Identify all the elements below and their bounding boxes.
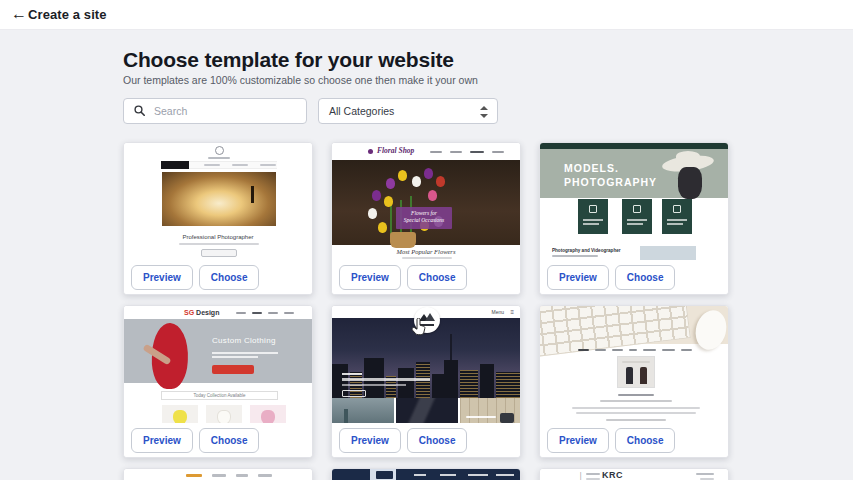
preview-button[interactable]: Preview bbox=[339, 265, 401, 290]
travel-menu-label: Menu bbox=[491, 309, 504, 315]
models-hero-line1: MODELS. bbox=[564, 162, 619, 174]
template-card-partial-tabs bbox=[123, 468, 313, 480]
search-box bbox=[123, 98, 307, 124]
template-thumbnail-partial-navy[interactable] bbox=[332, 469, 520, 480]
choose-button[interactable]: Choose bbox=[199, 428, 260, 453]
tower-spire bbox=[450, 334, 452, 360]
tulip-bouquet-photo: Flowers for Special Occasions bbox=[332, 160, 520, 245]
page-title: Choose template for your website bbox=[123, 48, 454, 72]
template-headline: Professional Photographer bbox=[124, 234, 312, 240]
template-card-sg-design: SG Design Custom Clothing Today Collecti… bbox=[123, 305, 313, 458]
card-action-bar: Preview Choose bbox=[124, 423, 312, 457]
krc-logo-text: KRC bbox=[602, 470, 623, 480]
feature-icon bbox=[673, 205, 681, 213]
feature-box-1 bbox=[578, 199, 608, 234]
category-dropdown[interactable]: All Categories bbox=[318, 98, 498, 124]
card-action-bar: Preview Choose bbox=[332, 260, 520, 294]
template-logo-mark bbox=[215, 146, 224, 155]
template-card-business-minimal: Preview Choose bbox=[539, 305, 729, 458]
statue-of-liberty-thumb bbox=[332, 398, 394, 425]
preview-button[interactable]: Preview bbox=[339, 428, 401, 453]
template-thumbnail-business[interactable] bbox=[540, 306, 728, 425]
mountain-logo-badge bbox=[414, 307, 440, 333]
computer-mouse bbox=[692, 307, 728, 353]
card-action-bar: Preview Choose bbox=[124, 260, 312, 294]
template-card-photographer: Professional Photographer Preview Choose bbox=[123, 142, 313, 295]
template-card-partial-navy bbox=[331, 468, 521, 480]
product-thumb-pink-item bbox=[250, 405, 286, 425]
preview-button[interactable]: Preview bbox=[547, 428, 609, 453]
model-figure bbox=[678, 167, 702, 199]
template-cta-button bbox=[201, 249, 237, 257]
navy-menu-button bbox=[376, 471, 393, 479]
sg-hero-title: Custom Clothing bbox=[212, 336, 276, 345]
search-input[interactable] bbox=[154, 100, 302, 122]
template-thumbnail-travel[interactable]: Menu ≡ bbox=[332, 306, 520, 425]
category-selected-value: All Categories bbox=[329, 105, 394, 117]
floral-logo-icon bbox=[368, 149, 373, 154]
create-site-screen: ← Create a site Choose template for your… bbox=[0, 0, 853, 480]
choose-button[interactable]: Choose bbox=[407, 428, 468, 453]
travel-outline-button bbox=[342, 390, 366, 397]
template-thumbnail-photographer[interactable]: Professional Photographer bbox=[124, 143, 312, 262]
models-hero: MODELS. PHOTOGRAPHY bbox=[540, 149, 728, 198]
template-card-partial-krc: | | KRC bbox=[539, 468, 729, 480]
sg-cta-button bbox=[212, 365, 254, 374]
hamburger-menu-icon: ≡ bbox=[510, 309, 514, 315]
product-thumb-white-dress bbox=[206, 405, 242, 425]
feature-icon bbox=[589, 205, 597, 213]
chevron-up-down-icon bbox=[480, 105, 488, 119]
preview-button[interactable]: Preview bbox=[131, 428, 193, 453]
sg-logo-text: SG Design bbox=[184, 309, 219, 316]
template-card-floral-shop: Floral Shop bbox=[331, 142, 521, 295]
template-thumbnail-models[interactable]: MODELS. PHOTOGRAPHY Photography and Vide… bbox=[540, 143, 728, 262]
choose-button[interactable]: Choose bbox=[615, 265, 676, 290]
preview-button[interactable]: Preview bbox=[547, 265, 609, 290]
feature-box-3 bbox=[662, 199, 692, 234]
choose-button[interactable]: Choose bbox=[615, 428, 676, 453]
card-action-bar: Preview Choose bbox=[540, 260, 728, 294]
models-caption: Photography and Videographer bbox=[552, 248, 621, 253]
template-thumbnail-floral[interactable]: Floral Shop bbox=[332, 143, 520, 262]
models-hero-line2: PHOTOGRAPHY bbox=[564, 176, 657, 188]
preview-button[interactable]: Preview bbox=[131, 265, 193, 290]
template-thumbnail-partial-krc[interactable]: | | KRC bbox=[540, 469, 728, 480]
feature-icon bbox=[633, 205, 641, 213]
page-header-title: Create a site bbox=[28, 7, 107, 22]
template-thumbnail-sg-design[interactable]: SG Design Custom Clothing Today Collecti… bbox=[124, 306, 312, 425]
template-card-travel-city: Menu ≡ bbox=[331, 305, 521, 458]
floral-hero-overlay: Flowers for Special Occasions bbox=[396, 207, 452, 229]
template-thumbnail-partial-tabs[interactable] bbox=[124, 469, 312, 480]
map-illustration-thumb bbox=[460, 398, 520, 425]
floral-section-title: Most Popular Flowers bbox=[332, 245, 520, 255]
keyboard-banner-photo bbox=[540, 306, 728, 344]
search-icon bbox=[134, 105, 145, 116]
hero-field-photo bbox=[162, 172, 276, 226]
active-tab-marker bbox=[186, 474, 202, 477]
night-sky-thumb bbox=[396, 398, 458, 425]
product-thumb-yellow-dress bbox=[162, 405, 198, 425]
page-subtitle: Our templates are 100% customizable so c… bbox=[123, 74, 478, 86]
template-card-models-photography: MODELS. PHOTOGRAPHY Photography and Vide… bbox=[539, 142, 729, 295]
choose-button[interactable]: Choose bbox=[199, 265, 260, 290]
card-action-bar: Preview Choose bbox=[540, 423, 728, 457]
feature-box-2 bbox=[622, 199, 652, 234]
template-nav-active-item bbox=[161, 161, 189, 169]
office-people-photo bbox=[617, 356, 655, 388]
choose-button[interactable]: Choose bbox=[407, 265, 468, 290]
card-action-bar: Preview Choose bbox=[332, 423, 520, 457]
top-bar: ← Create a site bbox=[0, 0, 853, 30]
navy-nav-bar bbox=[396, 469, 520, 480]
sg-section-title: Today Collection Available bbox=[161, 391, 278, 400]
back-button[interactable]: ← bbox=[8, 3, 30, 25]
floral-logo-text: Floral Shop bbox=[377, 146, 414, 155]
sg-hero: Custom Clothing bbox=[124, 319, 312, 383]
